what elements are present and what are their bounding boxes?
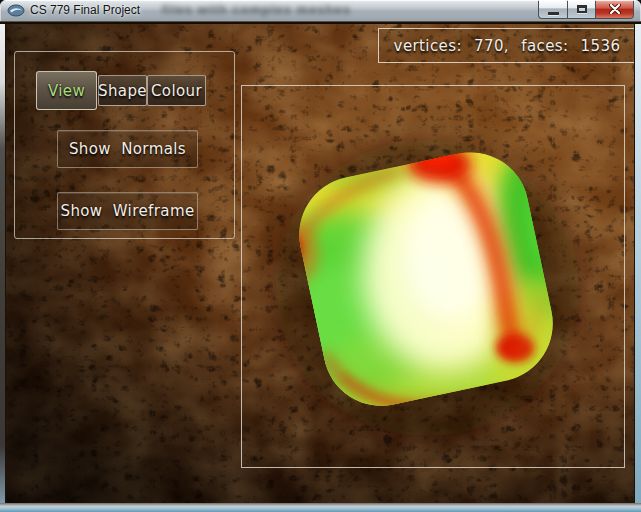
minimize-icon [548, 12, 559, 15]
show-normals-button[interactable]: Show Normals [57, 130, 198, 168]
tab-view[interactable]: View [36, 71, 97, 110]
content-area: vertices: 770, faces: 1536 View Shape Co… [6, 24, 634, 503]
show-wireframe-button[interactable]: Show Wireframe [57, 192, 198, 230]
mesh-render [242, 86, 624, 467]
close-icon [609, 4, 621, 14]
window-border-right [634, 24, 641, 503]
maximize-button[interactable] [567, 0, 596, 19]
tab-colour-label: Colour [151, 82, 202, 100]
stats-text: vertices: 770, faces: 1536 [394, 37, 621, 55]
show-wireframe-label: Show Wireframe [60, 202, 194, 220]
app-icon [7, 4, 25, 17]
tab-colour[interactable]: Colour [147, 75, 206, 106]
tab-shape-label: Shape [98, 82, 147, 100]
viewport-frame[interactable] [241, 85, 625, 468]
close-button[interactable] [596, 0, 634, 19]
window-controls [538, 0, 634, 19]
tab-shape[interactable]: Shape [98, 75, 147, 106]
window-title: CS 779 Final Project [30, 3, 140, 17]
show-normals-label: Show Normals [69, 140, 186, 158]
app-window: CS 779 Final Project files with complex … [0, 0, 641, 512]
window-border-bottom [0, 503, 641, 512]
tab-view-label: View [48, 82, 85, 100]
maximize-icon [577, 5, 587, 13]
title-bar[interactable]: CS 779 Final Project files with complex … [0, 0, 641, 22]
background-bleed-text: files with complex meshes [162, 2, 462, 17]
minimize-button[interactable] [538, 0, 567, 19]
stats-box: vertices: 770, faces: 1536 [378, 28, 634, 63]
